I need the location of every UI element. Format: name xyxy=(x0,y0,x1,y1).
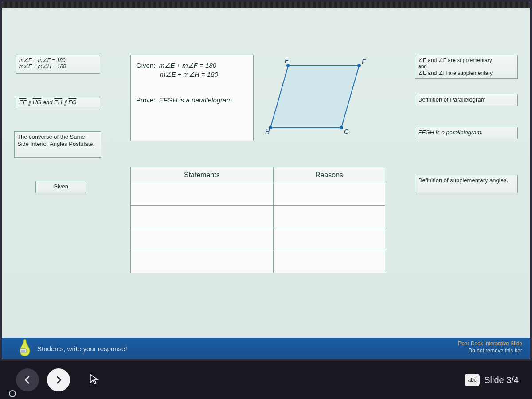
svg-point-3 xyxy=(340,126,343,129)
tile-text: The converse of the Same-Side Interior A… xyxy=(17,133,94,147)
vertex-label-H: H xyxy=(265,128,270,135)
tile-text: EF ∥ HG and EH ∥ FG xyxy=(19,99,76,106)
svg-rect-5 xyxy=(20,349,26,353)
proof-table[interactable]: Statements Reasons xyxy=(130,167,385,273)
proof-cell[interactable] xyxy=(131,250,274,273)
drag-tile-efgh-parallelogram[interactable]: EFGH is a parallelogram. xyxy=(415,127,518,139)
tile-text-line: ∠E and ∠H are supplementary xyxy=(418,70,515,76)
proof-cell[interactable] xyxy=(273,250,385,273)
tile-text-line: and xyxy=(418,63,515,70)
tile-text: Definition of supplementary angles. xyxy=(418,177,508,184)
slide-indicator: abc Slide 3/4 xyxy=(465,374,519,386)
figure-parallelogram: E F G H xyxy=(262,55,385,141)
vertex-label-E: E xyxy=(285,57,289,64)
drag-tile-parallel-sides[interactable]: EF ∥ HG and EH ∥ FG xyxy=(16,97,100,110)
circle-icon xyxy=(8,389,17,398)
cursor-icon xyxy=(88,373,100,385)
vertex-label-F: F xyxy=(362,58,366,65)
tile-text: EFGH is a parallelogram. xyxy=(418,129,483,136)
presentation-viewer: m∠E + m∠F = 180 m∠E + m∠H = 180 EF ∥ HG … xyxy=(2,2,530,359)
pear-prompt-text: Students, write your response! xyxy=(37,345,127,352)
vertex-label-G: G xyxy=(344,128,349,135)
drag-tile-supplementary[interactable]: ∠E and ∠F are supplementary and ∠E and ∠… xyxy=(415,55,518,79)
bottom-control-bar: abc Slide 3/4 xyxy=(0,361,532,399)
proof-cell[interactable] xyxy=(131,183,274,206)
prove-line: Prove: EFGH is a parallelogram xyxy=(136,96,248,104)
slide-counter-text: Slide 3/4 xyxy=(484,375,519,385)
tile-text-line: m∠E + m∠F = 180 xyxy=(19,57,97,63)
proof-cell[interactable] xyxy=(131,206,274,228)
proof-cell[interactable] xyxy=(131,228,274,250)
parallelogram-svg: E F G H xyxy=(262,55,385,141)
pear-deck-banner: Students, write your response! Pear Deck… xyxy=(2,338,530,359)
drag-tile-def-parallelogram[interactable]: Definition of Parallelogram xyxy=(415,94,518,106)
svg-marker-0 xyxy=(270,66,359,128)
tile-text-line: ∠E and ∠F are supplementary xyxy=(418,57,515,63)
col-header-statements: Statements xyxy=(131,167,274,183)
proof-cell[interactable] xyxy=(273,228,385,250)
screen: m∠E + m∠F = 180 m∠E + m∠H = 180 EF ∥ HG … xyxy=(0,0,532,399)
drag-tile-given[interactable]: Given xyxy=(35,181,86,193)
proof-cell[interactable] xyxy=(273,183,385,206)
drag-tile-converse-postulate[interactable]: The converse of the Same-Side Interior A… xyxy=(14,131,101,158)
pear-brand-text: Pear Deck Interactive Slide Do not remov… xyxy=(458,340,522,354)
chevron-left-icon xyxy=(23,375,32,385)
tile-text-line: m∠E + m∠H = 180 xyxy=(19,63,97,70)
tile-text: Given xyxy=(53,183,68,190)
abc-label: abc xyxy=(468,377,476,383)
proof-cell[interactable] xyxy=(273,206,385,228)
given-line-2: m∠E + m∠H = 180 xyxy=(160,70,248,78)
svg-point-8 xyxy=(9,391,16,397)
tile-text: Definition of Parallelogram xyxy=(418,96,485,103)
drag-tile-equations[interactable]: m∠E + m∠F = 180 m∠E + m∠H = 180 xyxy=(16,55,100,74)
pear-icon xyxy=(13,336,36,359)
window-chrome-occluded xyxy=(2,2,530,8)
next-slide-button[interactable] xyxy=(47,368,70,391)
col-header-reasons: Reasons xyxy=(273,167,385,183)
given-line-1: Given: m∠E + m∠F = 180 xyxy=(136,62,248,70)
drag-tile-def-supp-angles[interactable]: Definition of supplementary angles. xyxy=(415,175,518,193)
svg-point-1 xyxy=(286,64,290,67)
svg-point-2 xyxy=(357,64,361,67)
text-response-button[interactable]: abc xyxy=(465,374,480,386)
chevron-right-icon xyxy=(54,375,63,385)
pointer-tool-button[interactable] xyxy=(88,373,100,387)
problem-statement-box: Given: m∠E + m∠F = 180 m∠E + m∠H = 180 P… xyxy=(130,55,254,141)
prev-slide-button[interactable] xyxy=(16,368,39,391)
os-start-icon[interactable] xyxy=(8,389,17,398)
slide-canvas[interactable]: m∠E + m∠F = 180 m∠E + m∠H = 180 EF ∥ HG … xyxy=(2,8,530,332)
